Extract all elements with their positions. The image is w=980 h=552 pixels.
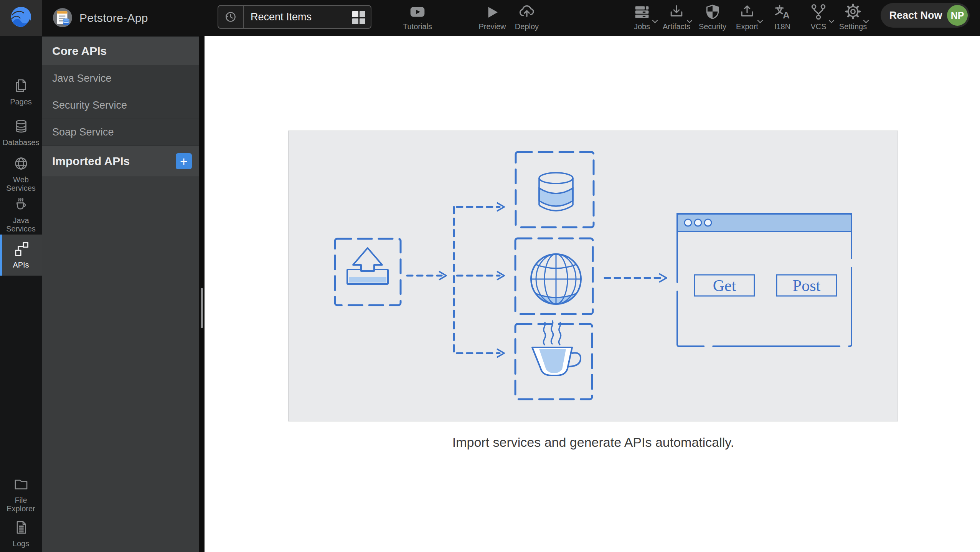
gear-icon (844, 3, 862, 20)
svg-text:A: A (783, 10, 790, 20)
globe-icon (531, 254, 581, 304)
panel-item-label: Soap Service (52, 126, 114, 138)
sidebar-label: APIs (13, 261, 29, 269)
wavemaker-studio: Petstore-App Recent Items (0, 0, 980, 552)
flow-arrows (407, 207, 662, 353)
translate-icon: A (774, 3, 791, 20)
sidebar-item-pages[interactable]: Pages (0, 75, 42, 108)
panel-item-label: Security Service (52, 99, 127, 111)
post-label: Post (793, 277, 821, 294)
jobs-stack-icon (634, 3, 650, 20)
sidebar-item-logs[interactable]: Logs (0, 516, 42, 551)
folder-icon (13, 476, 29, 493)
pages-icon (13, 78, 29, 95)
imported-apis-title: Imported APIs (52, 155, 130, 168)
sidebar-label: Pages (10, 98, 32, 106)
core-apis-title: Core APIs (52, 45, 107, 58)
add-api-button[interactable]: + (176, 153, 192, 169)
recent-items-dropdown[interactable]: Recent Items (218, 5, 371, 29)
left-sidebar: Pages Databases Web Servi (0, 36, 42, 552)
coffee-cup-icon (532, 321, 581, 375)
sidebar-item-apis[interactable]: APIs (0, 235, 42, 276)
resize-handle[interactable] (201, 288, 203, 328)
history-icon[interactable] (218, 6, 244, 28)
user-avatar[interactable]: NP (947, 5, 968, 26)
panel-item-security-service[interactable]: Security Service (42, 92, 199, 119)
api-diagram-svg: Get Post (289, 131, 898, 421)
toolbar-label: Deploy (515, 22, 539, 31)
globe-icon (13, 156, 29, 173)
upload-icon (347, 248, 388, 284)
browser-window: Get Post (677, 214, 851, 346)
toolbar-label: Security (699, 22, 726, 31)
sidebar-label: Java Services (0, 216, 42, 233)
toolbar-label: Preview (478, 22, 506, 31)
sidebar-label: Web Services (0, 175, 42, 192)
panel-item-java-service[interactable]: Java Service (42, 65, 199, 92)
toolbar-label: Tutorials (403, 22, 432, 31)
brand-logo[interactable] (0, 0, 42, 36)
app-icon[interactable] (53, 8, 72, 27)
toolbar-label: VCS (810, 22, 826, 31)
sidebar-item-databases[interactable]: Databases (0, 116, 42, 149)
coffee-cup-icon (13, 197, 29, 213)
sidebar-label: Databases (3, 138, 40, 147)
api-diagram: Get Post (288, 131, 898, 421)
app-title: Petstore-App (79, 0, 148, 36)
log-file-icon (13, 520, 29, 537)
grid-view-icon[interactable] (352, 11, 365, 24)
toolbar-item-deploy[interactable]: Deploy (506, 0, 548, 36)
recent-items-label: Recent Items (251, 11, 312, 23)
sidebar-label: File Explorer (0, 496, 42, 513)
core-apis-header: Core APIs (42, 37, 199, 65)
main-content: Get Post Import services and generate AP… (205, 36, 980, 552)
play-icon (484, 3, 500, 20)
react-now-label: React Now (881, 10, 947, 21)
database-icon (13, 119, 29, 136)
diagram-caption: Import services and generate APIs automa… (288, 435, 898, 450)
sidebar-item-java-services[interactable]: Java Services (0, 195, 42, 235)
toolbar-label: I18N (774, 22, 790, 31)
export-icon (739, 3, 756, 20)
toolbar-label: Jobs (634, 22, 650, 31)
git-branch-icon (810, 3, 827, 20)
chevron-down-icon (863, 17, 869, 26)
panel-resize-gutter (199, 36, 205, 552)
download-icon (668, 3, 685, 20)
wave-logo-icon (9, 5, 33, 31)
youtube-play-icon (409, 3, 426, 20)
react-now-button[interactable]: React Now NP (881, 3, 970, 28)
sidebar-item-web-services[interactable]: Web Services (0, 154, 42, 194)
database-cylinder-icon (539, 173, 573, 211)
cloud-upload-icon (518, 3, 536, 20)
shield-icon (704, 3, 721, 20)
toolbar-item-tutorials[interactable]: Tutorials (396, 0, 439, 36)
apis-panel: Core APIs Java Service Security Service … (42, 36, 199, 552)
sidebar-label: Logs (13, 539, 29, 548)
toolbar-item-settings[interactable]: Settings (832, 0, 874, 36)
sidebar-item-file-explorer[interactable]: File Explorer (0, 474, 42, 514)
panel-item-soap-service[interactable]: Soap Service (42, 119, 199, 146)
get-label: Get (713, 277, 736, 294)
api-nodes-icon (13, 241, 29, 258)
panel-item-label: Java Service (52, 73, 112, 84)
imported-apis-header: Imported APIs + (42, 146, 199, 177)
top-bar: Petstore-App Recent Items (0, 0, 980, 36)
toolbar-label: Export (736, 22, 758, 31)
